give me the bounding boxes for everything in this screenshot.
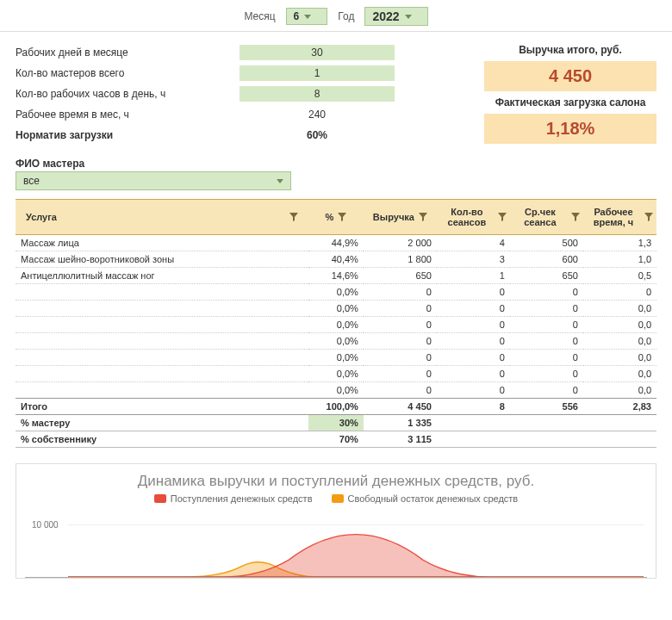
cell-rev: 0 [364,366,437,382]
filter-icon[interactable] [498,213,507,221]
month-value: 6 [294,10,300,22]
legend-item-2: Свободный остаток денежных средств [332,493,519,504]
filter-icon[interactable] [419,213,427,221]
master-value: все [23,175,40,187]
table-row: 0,0%0000,0 [16,317,656,333]
cell-service [16,350,308,366]
total-row: Итого 100,0% 4 450 8 556 2,83 [16,399,656,415]
cell-avg: 0 [510,382,583,399]
cell-rev: 0 [364,301,437,317]
cell-ses: 0 [437,317,510,333]
cell-service [16,317,308,333]
cell-rev: 0 [364,284,437,301]
year-label: Год [338,10,354,22]
metric-days-value[interactable]: 30 [240,45,395,60]
cell-rev: 0 [364,382,437,399]
col-pct[interactable]: % [308,200,364,235]
col-service[interactable]: Услуга [16,200,308,235]
month-select[interactable]: 6 [286,8,328,25]
cell-time: 0,0 [583,366,656,382]
table-row: 0,0%0000,0 [16,333,656,350]
kpi-column: Выручка итого, руб. 4 450 Фактическая за… [484,44,656,144]
cell-rev: 1 800 [364,251,437,268]
cell-ses: 0 [437,333,510,350]
year-select[interactable]: 2022 [364,7,427,26]
filter-icon[interactable] [644,213,653,221]
cell-pct: 44,9% [308,235,364,251]
cell-rev: 0 [364,333,437,350]
table-row: Антицеллюлитный массаж ног14,6%65016500,… [16,268,656,284]
col-revenue[interactable]: Выручка [364,200,437,235]
cell-service [16,382,308,399]
kpi-revenue-title: Выручка итого, руб. [484,44,656,56]
cell-ses: 1 [437,268,510,284]
master-share-row: % мастеру 30% 1 335 [16,415,656,431]
table-row: Массаж шейно-воротниковой зоны40,4%1 800… [16,251,656,268]
table-row: 0,0%0000,0 [16,301,656,317]
chart-area: 10 000 [25,509,647,578]
master-select[interactable]: все [16,171,291,190]
cell-time: 0,0 [583,301,656,317]
cell-time: 0,0 [583,382,656,399]
cell-pct: 0,0% [308,301,364,317]
cell-avg: 0 [510,333,583,350]
year-value: 2022 [372,9,399,23]
cell-rev: 0 [364,350,437,366]
metric-norm-label: Норматив загрузки [16,129,240,141]
table-row: 0,0%0000,0 [16,382,656,399]
col-avg[interactable]: Ср.чек сеанса [510,200,583,235]
table-row: Массаж лица44,9%2 00045001,3 [16,235,656,251]
cell-ses: 0 [437,350,510,366]
cell-ses: 0 [437,284,510,301]
col-sessions[interactable]: Кол-во сеансов [437,200,510,235]
swatch-orange-icon [332,494,344,503]
cell-ses: 0 [437,366,510,382]
metric-hoursday-value[interactable]: 8 [240,86,395,102]
metrics-grid: Рабочих дней в месяце 30 Кол-во мастеров… [16,44,467,144]
month-label: Месяц [244,10,275,22]
cell-time: 1,0 [583,251,656,268]
table-row: 0,0%0000 [16,284,656,301]
cell-time: 0,0 [583,350,656,366]
chevron-down-icon [405,15,412,19]
cell-pct: 0,0% [308,350,364,366]
metric-masters-label: Кол-во мастеров всего [16,67,240,79]
chevron-down-icon [304,15,311,19]
cell-avg: 600 [510,251,583,268]
metric-masters-value[interactable]: 1 [240,65,395,81]
chart-svg [68,509,644,577]
table-row: 0,0%0000,0 [16,350,656,366]
cell-time: 0,5 [583,268,656,284]
swatch-red-icon [154,494,166,503]
kpi-load-value: 1,18% [484,114,656,144]
filter-icon[interactable] [338,213,346,221]
cell-service [16,366,308,382]
cell-time: 1,3 [583,235,656,251]
cell-rev: 0 [364,317,437,333]
col-time[interactable]: Рабочее время, ч [583,200,656,235]
cell-avg: 0 [510,301,583,317]
cell-avg: 500 [510,235,583,251]
kpi-load-title: Фактическая загрузка салона [484,96,656,108]
cell-pct: 40,4% [308,251,364,268]
chart-panel: Динамика выручки и поступлений денежных … [16,463,656,579]
cell-avg: 650 [510,268,583,284]
master-block: ФИО мастера все [0,151,672,194]
cell-ses: 3 [437,251,510,268]
cell-pct: 0,0% [308,366,364,382]
cell-avg: 0 [510,317,583,333]
cell-rev: 650 [364,268,437,284]
cell-rev: 2 000 [364,235,437,251]
cell-ses: 0 [437,382,510,399]
cell-service [16,301,308,317]
owner-share-row: % собственнику 70% 3 115 [16,431,656,448]
kpi-revenue-value: 4 450 [484,61,656,91]
cell-ses: 4 [437,235,510,251]
chevron-down-icon [277,179,283,183]
cell-service [16,284,308,301]
cell-ses: 0 [437,301,510,317]
metric-norm-value: 60% [240,127,395,143]
filter-icon[interactable] [289,213,298,221]
cell-service: Массаж шейно-воротниковой зоны [16,251,308,268]
filter-icon[interactable] [571,213,580,221]
